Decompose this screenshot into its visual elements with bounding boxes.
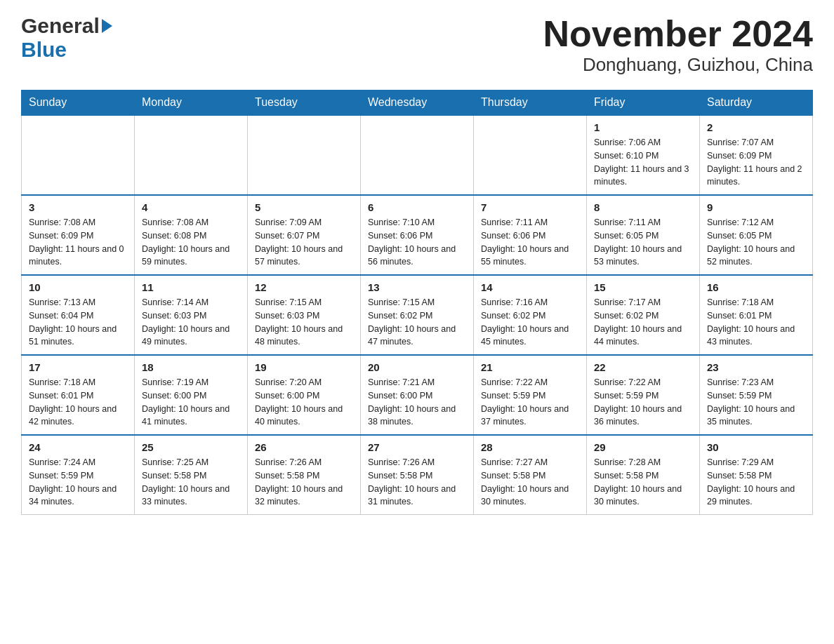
col-friday: Friday bbox=[587, 90, 700, 116]
day-number: 8 bbox=[594, 201, 692, 213]
day-info: Sunrise: 7:07 AMSunset: 6:09 PMDaylight:… bbox=[707, 136, 805, 189]
day-info: Sunrise: 7:26 AMSunset: 5:58 PMDaylight:… bbox=[255, 456, 353, 509]
day-number: 15 bbox=[594, 281, 692, 293]
day-number: 26 bbox=[255, 441, 353, 453]
day-info: Sunrise: 7:18 AMSunset: 6:01 PMDaylight:… bbox=[29, 376, 127, 429]
day-number: 27 bbox=[368, 441, 466, 453]
col-monday: Monday bbox=[135, 90, 248, 116]
table-row bbox=[135, 115, 248, 195]
day-number: 18 bbox=[142, 361, 240, 373]
table-row: 21Sunrise: 7:22 AMSunset: 5:59 PMDayligh… bbox=[474, 355, 587, 435]
day-info: Sunrise: 7:22 AMSunset: 5:59 PMDaylight:… bbox=[481, 376, 579, 429]
table-row: 27Sunrise: 7:26 AMSunset: 5:58 PMDayligh… bbox=[361, 435, 474, 515]
day-info: Sunrise: 7:15 AMSunset: 6:03 PMDaylight:… bbox=[255, 296, 353, 349]
day-info: Sunrise: 7:29 AMSunset: 5:58 PMDaylight:… bbox=[707, 456, 805, 509]
table-row: 22Sunrise: 7:22 AMSunset: 5:59 PMDayligh… bbox=[587, 355, 700, 435]
day-info: Sunrise: 7:20 AMSunset: 6:00 PMDaylight:… bbox=[255, 376, 353, 429]
table-row: 20Sunrise: 7:21 AMSunset: 6:00 PMDayligh… bbox=[361, 355, 474, 435]
table-row: 1Sunrise: 7:06 AMSunset: 6:10 PMDaylight… bbox=[587, 115, 700, 195]
day-info: Sunrise: 7:16 AMSunset: 6:02 PMDaylight:… bbox=[481, 296, 579, 349]
day-info: Sunrise: 7:08 AMSunset: 6:08 PMDaylight:… bbox=[142, 216, 240, 269]
table-row: 10Sunrise: 7:13 AMSunset: 6:04 PMDayligh… bbox=[22, 275, 135, 355]
col-tuesday: Tuesday bbox=[248, 90, 361, 116]
day-info: Sunrise: 7:10 AMSunset: 6:06 PMDaylight:… bbox=[368, 216, 466, 269]
day-info: Sunrise: 7:11 AMSunset: 6:05 PMDaylight:… bbox=[594, 216, 692, 269]
day-number: 1 bbox=[594, 121, 692, 133]
table-row: 30Sunrise: 7:29 AMSunset: 5:58 PMDayligh… bbox=[700, 435, 813, 515]
table-row: 23Sunrise: 7:23 AMSunset: 5:59 PMDayligh… bbox=[700, 355, 813, 435]
table-row bbox=[248, 115, 361, 195]
day-number: 29 bbox=[594, 441, 692, 453]
col-saturday: Saturday bbox=[700, 90, 813, 116]
col-thursday: Thursday bbox=[474, 90, 587, 116]
col-sunday: Sunday bbox=[22, 90, 135, 116]
table-row: 15Sunrise: 7:17 AMSunset: 6:02 PMDayligh… bbox=[587, 275, 700, 355]
day-number: 11 bbox=[142, 281, 240, 293]
day-info: Sunrise: 7:17 AMSunset: 6:02 PMDaylight:… bbox=[594, 296, 692, 349]
table-row: 25Sunrise: 7:25 AMSunset: 5:58 PMDayligh… bbox=[135, 435, 248, 515]
table-row: 14Sunrise: 7:16 AMSunset: 6:02 PMDayligh… bbox=[474, 275, 587, 355]
logo: General Blue bbox=[21, 14, 112, 62]
day-number: 16 bbox=[707, 281, 805, 293]
day-info: Sunrise: 7:13 AMSunset: 6:04 PMDaylight:… bbox=[29, 296, 127, 349]
table-row: 19Sunrise: 7:20 AMSunset: 6:00 PMDayligh… bbox=[248, 355, 361, 435]
day-number: 21 bbox=[481, 361, 579, 373]
day-info: Sunrise: 7:26 AMSunset: 5:58 PMDaylight:… bbox=[368, 456, 466, 509]
calendar-week-row: 17Sunrise: 7:18 AMSunset: 6:01 PMDayligh… bbox=[22, 355, 813, 435]
day-number: 14 bbox=[481, 281, 579, 293]
day-info: Sunrise: 7:06 AMSunset: 6:10 PMDaylight:… bbox=[594, 136, 692, 189]
table-row: 29Sunrise: 7:28 AMSunset: 5:58 PMDayligh… bbox=[587, 435, 700, 515]
day-info: Sunrise: 7:24 AMSunset: 5:59 PMDaylight:… bbox=[29, 456, 127, 509]
table-row bbox=[361, 115, 474, 195]
day-info: Sunrise: 7:15 AMSunset: 6:02 PMDaylight:… bbox=[368, 296, 466, 349]
day-number: 4 bbox=[142, 201, 240, 213]
logo-blue-text: Blue bbox=[21, 38, 67, 61]
day-number: 24 bbox=[29, 441, 127, 453]
table-row: 6Sunrise: 7:10 AMSunset: 6:06 PMDaylight… bbox=[361, 195, 474, 275]
day-number: 12 bbox=[255, 281, 353, 293]
day-info: Sunrise: 7:21 AMSunset: 6:00 PMDaylight:… bbox=[368, 376, 466, 429]
table-row: 18Sunrise: 7:19 AMSunset: 6:00 PMDayligh… bbox=[135, 355, 248, 435]
day-info: Sunrise: 7:27 AMSunset: 5:58 PMDaylight:… bbox=[481, 456, 579, 509]
table-row bbox=[474, 115, 587, 195]
table-row: 26Sunrise: 7:26 AMSunset: 5:58 PMDayligh… bbox=[248, 435, 361, 515]
title-block: November 2024 Donghuang, Guizhou, China bbox=[543, 14, 813, 76]
table-row: 7Sunrise: 7:11 AMSunset: 6:06 PMDaylight… bbox=[474, 195, 587, 275]
table-row: 11Sunrise: 7:14 AMSunset: 6:03 PMDayligh… bbox=[135, 275, 248, 355]
table-row: 5Sunrise: 7:09 AMSunset: 6:07 PMDaylight… bbox=[248, 195, 361, 275]
table-row: 9Sunrise: 7:12 AMSunset: 6:05 PMDaylight… bbox=[700, 195, 813, 275]
day-info: Sunrise: 7:11 AMSunset: 6:06 PMDaylight:… bbox=[481, 216, 579, 269]
day-info: Sunrise: 7:08 AMSunset: 6:09 PMDaylight:… bbox=[29, 216, 127, 269]
calendar-week-row: 1Sunrise: 7:06 AMSunset: 6:10 PMDaylight… bbox=[22, 115, 813, 195]
table-row: 3Sunrise: 7:08 AMSunset: 6:09 PMDaylight… bbox=[22, 195, 135, 275]
table-row: 4Sunrise: 7:08 AMSunset: 6:08 PMDaylight… bbox=[135, 195, 248, 275]
day-info: Sunrise: 7:19 AMSunset: 6:00 PMDaylight:… bbox=[142, 376, 240, 429]
calendar-header-row: Sunday Monday Tuesday Wednesday Thursday… bbox=[22, 90, 813, 116]
day-info: Sunrise: 7:28 AMSunset: 5:58 PMDaylight:… bbox=[594, 456, 692, 509]
day-number: 6 bbox=[368, 201, 466, 213]
table-row bbox=[22, 115, 135, 195]
day-number: 30 bbox=[707, 441, 805, 453]
day-number: 5 bbox=[255, 201, 353, 213]
table-row: 28Sunrise: 7:27 AMSunset: 5:58 PMDayligh… bbox=[474, 435, 587, 515]
day-number: 22 bbox=[594, 361, 692, 373]
day-number: 25 bbox=[142, 441, 240, 453]
day-info: Sunrise: 7:12 AMSunset: 6:05 PMDaylight:… bbox=[707, 216, 805, 269]
table-row: 24Sunrise: 7:24 AMSunset: 5:59 PMDayligh… bbox=[22, 435, 135, 515]
day-info: Sunrise: 7:14 AMSunset: 6:03 PMDaylight:… bbox=[142, 296, 240, 349]
calendar-week-row: 10Sunrise: 7:13 AMSunset: 6:04 PMDayligh… bbox=[22, 275, 813, 355]
table-row: 2Sunrise: 7:07 AMSunset: 6:09 PMDaylight… bbox=[700, 115, 813, 195]
day-number: 23 bbox=[707, 361, 805, 373]
table-row: 16Sunrise: 7:18 AMSunset: 6:01 PMDayligh… bbox=[700, 275, 813, 355]
table-row: 8Sunrise: 7:11 AMSunset: 6:05 PMDaylight… bbox=[587, 195, 700, 275]
day-number: 7 bbox=[481, 201, 579, 213]
day-number: 17 bbox=[29, 361, 127, 373]
logo-general-text: General bbox=[21, 14, 100, 38]
calendar-week-row: 24Sunrise: 7:24 AMSunset: 5:59 PMDayligh… bbox=[22, 435, 813, 515]
day-number: 20 bbox=[368, 361, 466, 373]
day-info: Sunrise: 7:25 AMSunset: 5:58 PMDaylight:… bbox=[142, 456, 240, 509]
day-number: 10 bbox=[29, 281, 127, 293]
day-info: Sunrise: 7:09 AMSunset: 6:07 PMDaylight:… bbox=[255, 216, 353, 269]
col-wednesday: Wednesday bbox=[361, 90, 474, 116]
day-number: 9 bbox=[707, 201, 805, 213]
